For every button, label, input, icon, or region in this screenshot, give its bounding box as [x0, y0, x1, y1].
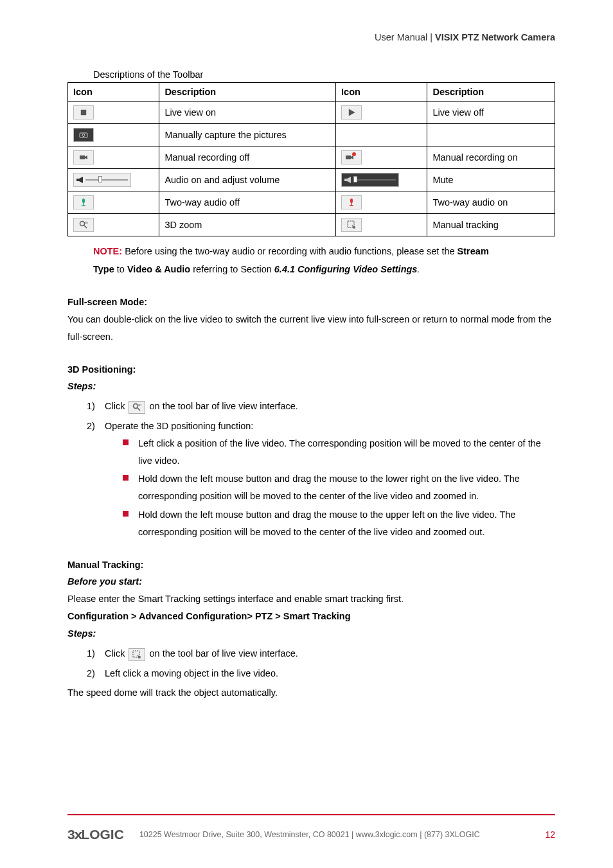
two-way-audio-on-icon — [341, 195, 362, 209]
stop-icon — [73, 105, 94, 120]
step-text: on the tool bar of live view interface. — [149, 401, 298, 411]
play-icon — [341, 105, 362, 120]
step-item: 2) Operate the 3D positioning function: … — [87, 418, 555, 541]
steps-label: Steps: — [67, 381, 96, 391]
svg-text:3D: 3D — [85, 221, 88, 224]
svg-rect-4 — [80, 155, 85, 159]
cell: Mute — [427, 169, 555, 191]
tracking-conclude: The speed dome will track the object aut… — [67, 684, 555, 702]
note-text: . — [417, 264, 420, 274]
note-block2: Type to Video & Audio referring to Secti… — [93, 261, 555, 279]
cell: Manual recording on — [427, 146, 555, 169]
fullscreen-section: Full-screen Mode: You can double-click o… — [67, 294, 555, 345]
cell: 3D zoom — [159, 214, 336, 236]
svg-rect-6 — [346, 155, 351, 159]
cell: Manual recording off — [159, 146, 336, 169]
step-text: on the tool bar of live view interface. — [149, 648, 298, 659]
svg-marker-5 — [85, 155, 87, 159]
manual-tracking-section: Manual Tracking: Before you start: Pleas… — [67, 556, 555, 702]
note-ref: 6.4.1 Configuring Video Settings — [274, 264, 418, 274]
table-row: Two-way audio off Two-way audio on — [68, 191, 555, 214]
col-desc2: Description — [427, 83, 555, 102]
table-row: Audio on and adjust volume Mute — [68, 169, 555, 191]
footer-text: 10225 Westmoor Drive, Suite 300, Westmin… — [139, 830, 480, 839]
step-text: Operate the 3D positioning function: — [105, 421, 253, 431]
note-bold: Type — [93, 264, 114, 274]
capture-icon — [73, 128, 94, 142]
audio-on-icon — [73, 173, 131, 187]
table-caption: Descriptions of the Toolbar — [93, 69, 555, 80]
brand-logo: 3xLOGIC — [67, 827, 124, 842]
3d-zoom-icon: 3D — [129, 401, 145, 414]
footer-divider — [67, 814, 555, 815]
cell — [427, 124, 555, 146]
page-header: User Manual | VISIX PTZ Network Camera — [67, 32, 555, 42]
3d-zoom-icon: 3D — [73, 218, 94, 232]
svg-rect-0 — [81, 110, 86, 115]
bullet-item: Left click a position of the live video.… — [123, 435, 555, 470]
step-text: Left click a moving object in the live v… — [105, 668, 278, 678]
manual-tracking-icon — [129, 648, 145, 661]
step-item: 1) Click on the tool bar of live view in… — [87, 645, 555, 662]
record-on-icon — [341, 150, 362, 164]
before-label: Before you start: — [67, 576, 142, 587]
svg-marker-1 — [349, 109, 355, 116]
svg-point-3 — [82, 134, 85, 137]
record-off-icon — [73, 150, 94, 164]
col-desc1: Description — [159, 83, 336, 102]
3d-heading: 3D Positioning: — [67, 364, 136, 375]
svg-point-14 — [80, 222, 85, 226]
cell: Manual tracking — [427, 214, 555, 236]
header-left: User Manual — [375, 32, 427, 42]
table-row: Live view on Live view off — [68, 102, 555, 124]
note-label: NOTE: — [93, 246, 122, 256]
table-row: Manual recording off Manual recording on — [68, 146, 555, 169]
svg-rect-8 — [82, 199, 85, 203]
note-bold: Video & Audio — [127, 264, 190, 274]
col-icon1: Icon — [68, 83, 159, 102]
step-item: 1) Click 3D on the tool bar of live view… — [87, 398, 555, 415]
note-bold: Stream — [458, 246, 489, 256]
svg-point-18 — [134, 404, 138, 409]
svg-text:3D: 3D — [138, 403, 141, 407]
cell: Two-way audio on — [427, 191, 555, 214]
page-footer: 3xLOGIC 10225 Westmoor Drive, Suite 300,… — [0, 814, 613, 842]
tracking-path: Configuration > Advanced Configuration> … — [67, 611, 351, 621]
note-text: referring to Section — [190, 264, 274, 274]
step-item: 2) Left click a moving object in the liv… — [87, 665, 555, 682]
cell: Live view off — [427, 102, 555, 124]
note-text: to — [114, 264, 127, 274]
table-row: Manually capture the pictures — [68, 124, 555, 146]
tracking-intro: Please enter the Smart Tracking settings… — [67, 590, 555, 608]
col-icon2: Icon — [336, 83, 427, 102]
mute-icon — [341, 173, 399, 187]
header-sep: | — [427, 32, 435, 42]
svg-line-19 — [138, 408, 140, 411]
bullet-item: Hold down the left mouse button and drag… — [123, 506, 555, 541]
steps-label: Steps: — [67, 628, 96, 639]
step-text: Click — [105, 401, 127, 411]
tracking-heading: Manual Tracking: — [67, 560, 143, 570]
two-way-audio-off-icon — [73, 195, 94, 209]
header-right: VISIX PTZ Network Camera — [435, 32, 555, 42]
note-text: Before using the two-way audio or record… — [122, 246, 458, 256]
cell: Manually capture the pictures — [159, 124, 336, 146]
fullscreen-heading: Full-screen Mode: — [67, 297, 147, 307]
cell: Live view on — [159, 102, 336, 124]
svg-line-15 — [84, 226, 87, 228]
fullscreen-body: You can double-click on the live video t… — [67, 311, 555, 346]
svg-rect-11 — [350, 199, 353, 203]
3d-positioning-section: 3D Positioning: Steps: 1) Click 3D on th… — [67, 361, 555, 541]
note-block: NOTE: Before using the two-way audio or … — [93, 243, 555, 261]
manual-tracking-icon — [341, 218, 362, 232]
toolbar-table: Icon Description Icon Description Live v… — [67, 82, 555, 236]
step-text: Click — [105, 648, 127, 659]
table-row: 3D 3D zoom Manual tracking — [68, 214, 555, 236]
cell: Two-way audio off — [159, 191, 336, 214]
cell: Audio on and adjust volume — [159, 169, 336, 191]
bullet-item: Hold down the left mouse button and drag… — [123, 470, 555, 505]
page-number: 12 — [545, 829, 555, 840]
